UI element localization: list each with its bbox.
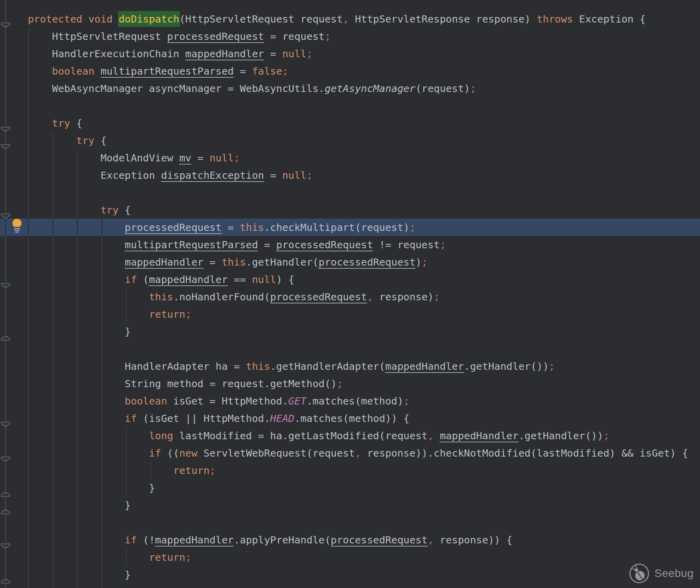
code-line[interactable]: HandlerAdapter ha = this.getHandlerAdapt… [0,358,700,375]
code-line[interactable]: this.noHandlerFound(processedRequest, re… [0,288,700,305]
code-token: GET [288,395,307,407]
code-line[interactable]: if (mappedHandler == null) { [0,271,700,288]
code-token: return [149,551,185,563]
code-line[interactable]: ModelAndView mv = null; [0,149,700,167]
code-token: (! [137,534,155,546]
code-token: protected [28,13,82,25]
code-line[interactable]: if (isGet || HttpMethod.HEAD.matches(met… [0,410,700,427]
code-token: processedRequest [331,534,428,547]
code-token: .checkMultipart(request) [264,221,409,233]
code-token: ( [137,273,149,285]
code-token: lastModified = ha.getLastModified(reques… [173,430,428,442]
code-token: (( [161,447,179,459]
code-token: processedRequest [125,221,222,234]
code-token: .noHandlerFound( [173,291,270,303]
code-line[interactable]: try { [0,132,700,149]
code-line[interactable]: processedRequest = this.checkMultipart(r… [0,219,700,236]
code-line[interactable]: long lastModified = ha.getLastModified(r… [0,427,700,444]
code-line[interactable] [0,514,700,531]
code-token: processedRequest [276,239,373,251]
code-line[interactable]: if (!mappedHandler.applyPreHandle(proces… [0,531,700,549]
code-token: , [428,534,434,546]
code-line[interactable]: } [0,323,700,340]
code-token: false [252,65,282,77]
code-line[interactable]: protected void doDispatch(HttpServletReq… [0,10,700,28]
code-line[interactable]: Exception dispatchException = null; [0,167,700,184]
code-token: ModelAndView [101,152,180,164]
code-token: mappedHandler [440,430,518,442]
code-token: dispatchException [161,169,264,182]
code-line[interactable]: boolean multipartRequestParsed = false; [0,62,700,80]
code-line[interactable]: HandlerExecutionChain mappedHandler = nu… [0,45,700,62]
code-line[interactable]: try { [0,114,700,132]
code-token: ; [549,360,555,372]
code-token: this [246,360,270,372]
code-line[interactable] [0,340,700,358]
code-token: ; [210,464,215,476]
code-token: } [125,569,131,581]
code-token: void [88,13,112,25]
code-token: multipartRequestParsed [101,65,234,78]
code-line[interactable]: return; [0,549,700,566]
code-token: , [343,13,349,25]
code-token: } [149,482,155,494]
code-token: ; [307,169,313,181]
code-token: Exception { [573,13,646,25]
code-line[interactable]: if ((new ServletWebRequest(request, resp… [0,444,700,462]
code-line[interactable]: try { [0,201,700,219]
code-token: if [125,412,137,424]
code-token: this [240,221,264,233]
code-token: = [264,169,282,181]
gutter-fold-line [5,0,6,588]
code-token: ; [337,378,343,390]
code-token: boolean [125,395,167,407]
code-token: mv [179,152,191,165]
code-token: = [204,256,222,268]
code-token: = [258,239,276,251]
code-token: , [355,447,361,459]
seebug-text: Seebug [654,567,694,580]
indent-guide [28,28,29,588]
code-token: .applyPreHandle( [234,534,331,546]
code-token: = [191,152,210,164]
code-token: = request [264,30,325,42]
code-token: ; [440,239,445,251]
code-token: HandlerExecutionChain [52,48,185,60]
code-line[interactable]: mappedHandler = this.getHandler(processe… [0,253,700,271]
code-token: boolean [52,65,94,77]
code-line[interactable]: multipartRequestParsed = processedReques… [0,236,700,253]
code-token: HttpServletRequest [52,30,167,42]
code-token: ) [416,256,421,268]
code-line[interactable]: return; [0,462,700,479]
code-line[interactable]: String method = request.getMethod(); [0,375,700,392]
code-line[interactable]: } [0,479,700,496]
code-token: mappedHandler [385,360,464,373]
highlight-row-guide-segment [101,219,102,236]
highlight-row-guide-segment [28,219,29,236]
code-token: new [179,447,197,459]
code-line[interactable]: WebAsyncManager asyncManager = WebAsyncU… [0,80,700,97]
code-token: response) [373,291,434,303]
indent-guide [126,427,127,496]
code-token: try [101,204,119,216]
code-line[interactable] [0,97,700,114]
code-token: == [228,273,252,285]
indent-guide [52,132,53,588]
code-line[interactable]: return; [0,305,700,323]
code-line[interactable]: HttpServletRequest processedRequest = re… [0,28,700,45]
code-token: .getHandler()) [464,360,549,372]
code-token: ; [185,308,191,320]
code-token: null [282,48,306,60]
code-token: { [119,204,131,216]
code-token: long [149,430,173,442]
code-line[interactable]: boolean isGet = HttpMethod.GET.matches(m… [0,392,700,410]
code-token: = [222,221,240,233]
code-token: return [149,308,185,320]
code-line[interactable]: } [0,566,700,583]
code-line[interactable] [0,184,700,201]
code-token: .getHandlerAdapter( [270,360,386,372]
code-token: { [94,135,107,146]
code-token: HEAD [270,412,294,424]
intention-bulb-icon[interactable] [12,218,22,233]
code-line[interactable]: } [0,496,700,514]
